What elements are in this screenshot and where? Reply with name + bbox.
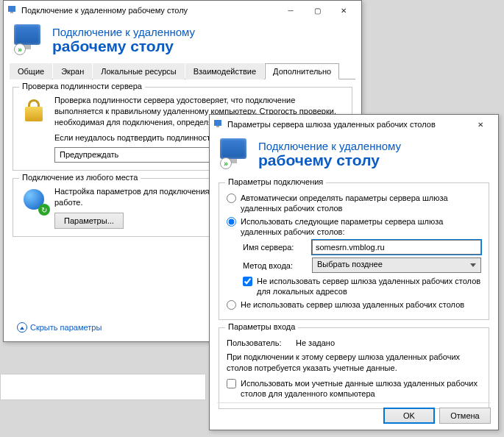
banner-line2: рабочему столу: [52, 38, 195, 54]
maximize-button[interactable]: ▢: [304, 3, 330, 18]
chevron-up-icon: [17, 322, 27, 333]
cancel-button[interactable]: Отмена: [439, 408, 491, 424]
radio-auto-detect[interactable]: [227, 193, 236, 203]
close-button[interactable]: ✕: [467, 117, 494, 132]
bypass-local-checkbox[interactable]: [243, 277, 252, 286]
window-title: Подключение к удаленному рабочему столу: [21, 6, 277, 15]
background-window-fragment: [0, 374, 206, 400]
banner: Подключение к удаленному рабочему столу: [210, 134, 498, 177]
server-name-label: Имя сервера:: [243, 243, 312, 252]
tab-display[interactable]: Экран: [53, 63, 92, 79]
group-legend: Проверка подлинности сервера: [19, 82, 145, 90]
minimize-button[interactable]: ─: [277, 3, 304, 18]
gateway-settings-window: Параметры сервера шлюза удаленных рабочи…: [209, 114, 499, 430]
login-info-text: При подключении к этому серверу шлюза уд…: [227, 352, 481, 374]
bypass-local-label: Не использовать сервер шлюза удаленных р…: [257, 276, 481, 297]
radio-use-settings-label: Использовать следующие параметры сервера…: [241, 216, 481, 238]
titlebar[interactable]: Подключение к удаленному рабочему столу …: [4, 1, 361, 20]
group-legend: Подключение из любого места: [19, 173, 141, 182]
username-value: Не задано: [296, 338, 335, 347]
globe-icon: ↻: [21, 186, 49, 214]
svg-rect-2: [214, 120, 221, 126]
tab-local-resources[interactable]: Локальные ресурсы: [93, 63, 184, 79]
radio-use-settings[interactable]: [227, 217, 236, 227]
banner-line1: Подключение к удаленному: [258, 140, 401, 152]
tab-experience[interactable]: Взаимодействие: [185, 63, 264, 79]
group-legend: Параметры входа: [225, 322, 298, 331]
rdp-icon: [214, 120, 223, 129]
lock-icon: [21, 96, 49, 124]
rdp-icon: [8, 6, 17, 15]
logon-method-select[interactable]: Выбрать позднее: [312, 257, 481, 273]
close-button[interactable]: ✕: [330, 3, 357, 18]
username-label: Пользователь:: [227, 338, 296, 347]
rdp-monitor-icon: [220, 138, 251, 169]
banner-line2: рабочему столу: [258, 152, 401, 168]
group-legend: Параметры подключения: [225, 177, 326, 186]
ok-button[interactable]: OK: [383, 408, 435, 424]
banner: Подключение к удаленному рабочему столу: [4, 20, 361, 63]
radio-no-gateway[interactable]: [227, 300, 236, 310]
share-credentials-checkbox[interactable]: [227, 379, 236, 388]
group-login-params: Параметры входа Пользователь: Не задано …: [219, 327, 489, 409]
group-connection-params: Параметры подключения Автоматически опре…: [219, 182, 489, 320]
tabstrip: Общие Экран Локальные ресурсы Взаимодейс…: [10, 63, 355, 79]
share-credentials-label: Использовать мои учетные данные шлюза уд…: [241, 378, 481, 399]
server-name-input[interactable]: [312, 240, 481, 255]
radio-auto-detect-label: Автоматически определять параметры серве…: [241, 193, 481, 214]
radio-no-gateway-label: Не использовать сервер шлюза удаленных р…: [241, 299, 481, 310]
hide-options-link[interactable]: Скрыть параметры: [17, 322, 102, 333]
rdp-monitor-icon: [14, 24, 45, 55]
dialog-button-bar: OK Отмена: [217, 402, 491, 424]
tab-general[interactable]: Общие: [10, 63, 52, 79]
banner-line1: Подключение к удаленному: [52, 26, 195, 38]
titlebar[interactable]: Параметры сервера шлюза удаленных рабочи…: [210, 115, 498, 134]
logon-method-label: Метод входа:: [243, 261, 312, 270]
gateway-settings-button[interactable]: Параметры...: [54, 213, 124, 229]
hide-options-label: Скрыть параметры: [30, 323, 102, 332]
svg-rect-1: [10, 12, 13, 13]
svg-rect-3: [216, 126, 219, 127]
svg-rect-0: [8, 6, 15, 12]
window-title: Параметры сервера шлюза удаленных рабочи…: [227, 120, 467, 129]
tab-advanced[interactable]: Дополнительно: [265, 63, 339, 79]
